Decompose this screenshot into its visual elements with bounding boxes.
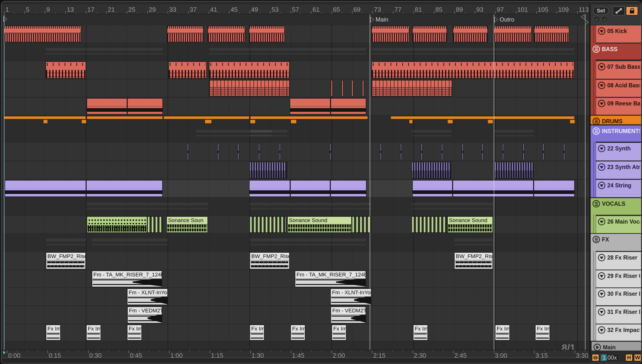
clip[interactable]: Fm - XLNT-InYour — [127, 288, 168, 305]
clip[interactable] — [462, 143, 464, 160]
clip[interactable] — [534, 26, 569, 42]
group-fold-icon[interactable] — [592, 118, 600, 125]
clip[interactable]: Fx Imp — [86, 324, 101, 340]
clip[interactable] — [342, 80, 344, 97]
clip[interactable] — [412, 162, 451, 178]
clip[interactable] — [86, 180, 163, 197]
marker-lane[interactable]: MainOutro — [2, 14, 589, 26]
clip[interactable] — [290, 180, 330, 197]
clip[interactable] — [453, 180, 534, 197]
audition-button[interactable] — [592, 354, 599, 361]
clip[interactable] — [249, 180, 290, 197]
clip[interactable] — [167, 26, 204, 42]
track-fold-icon[interactable] — [598, 63, 605, 70]
clip[interactable] — [218, 143, 219, 160]
clip[interactable] — [238, 143, 239, 160]
clip[interactable] — [86, 98, 127, 114]
clip[interactable]: Fx Imp — [495, 324, 510, 340]
clip[interactable] — [250, 116, 368, 119]
clip[interactable] — [82, 120, 86, 123]
track-fold-icon[interactable] — [598, 28, 605, 35]
track-header-32-fx-impact-hi[interactable]: 32 Fx Impact Hi — [596, 324, 642, 341]
track-header-main[interactable]: Main — [592, 342, 642, 350]
clip[interactable]: Fx Imp — [413, 324, 428, 340]
scroll-left-icon[interactable] — [581, 14, 584, 20]
clip[interactable]: Fx Imp — [290, 324, 305, 340]
clip[interactable] — [168, 62, 207, 78]
clip[interactable] — [543, 143, 544, 160]
clip[interactable] — [366, 180, 412, 197]
clip[interactable]: Fm - VEDM2To — [127, 306, 162, 324]
track-header-29-fx-riser-02[interactable]: 29 Fx Riser 02 — [596, 270, 642, 288]
clip[interactable] — [163, 180, 249, 197]
track-header-05-kick[interactable]: 05 Kick — [596, 26, 642, 42]
clip[interactable] — [44, 120, 48, 123]
track-header-07-sub-bass[interactable]: 07 Sub Bass — [596, 61, 642, 79]
clip[interactable]: Fx Imp — [535, 324, 550, 340]
track-header-drums[interactable]: DRUMS — [590, 116, 642, 124]
track-header-26-main-vocals[interactable]: 26 Main Vocals — [596, 216, 642, 233]
clip[interactable] — [164, 116, 249, 119]
track-fold-icon[interactable] — [598, 272, 605, 280]
track-fold-icon[interactable] — [598, 326, 605, 334]
clip[interactable] — [409, 120, 412, 123]
next-marker-button[interactable]: → — [601, 16, 608, 23]
track-header-08-acid-bass[interactable]: 08 Acid Bass — [596, 80, 642, 97]
clip[interactable] — [372, 62, 574, 78]
time-ruler[interactable]: 0:000:150:300:451:001:151:301:452:002:15… — [2, 350, 589, 358]
clip[interactable]: BW_FMP2_Riser — [250, 252, 290, 269]
track-fold-icon[interactable] — [598, 145, 605, 152]
lane-22-synth[interactable] — [4, 143, 589, 160]
clip[interactable]: Fm - VEDM2To — [330, 306, 366, 324]
clip[interactable] — [258, 143, 260, 160]
playhead-triangle-icon[interactable] — [4, 351, 6, 354]
clip[interactable] — [494, 127, 534, 140]
clip[interactable] — [448, 120, 453, 123]
clip[interactable]: Fx Imp — [332, 324, 346, 340]
link-button[interactable] — [613, 6, 625, 16]
clip[interactable] — [331, 80, 333, 97]
clip[interactable]: Fm - TA_MK_RISER_7_124bpm — [92, 270, 162, 287]
clip[interactable]: Sonance Soun — [166, 216, 208, 233]
play-icon[interactable] — [594, 344, 601, 351]
lane-28-fx-riser[interactable] — [4, 252, 589, 270]
clip[interactable] — [291, 120, 296, 123]
clip[interactable] — [351, 80, 353, 97]
track-fold-icon[interactable] — [598, 308, 605, 316]
track-header-24-string[interactable]: 24 String — [596, 180, 642, 197]
track-header-28-fx-riser[interactable]: 28 Fx Riser — [596, 252, 642, 270]
clip[interactable] — [391, 116, 574, 119]
clip[interactable] — [290, 98, 330, 114]
clip[interactable] — [5, 180, 86, 197]
clip[interactable] — [372, 80, 452, 97]
clip[interactable] — [209, 80, 290, 97]
clip[interactable]: BW_FMP2_Riser — [46, 252, 86, 269]
clip[interactable]: BW_FMP2_Riser — [454, 252, 493, 269]
clip[interactable] — [362, 80, 364, 97]
track-fold-icon[interactable] — [598, 100, 605, 107]
clip[interactable] — [412, 127, 451, 140]
clip[interactable] — [147, 216, 163, 233]
back-marker-button[interactable]: ← — [593, 16, 600, 23]
clip[interactable] — [570, 120, 575, 123]
clip[interactable]: Fm - XLNT-InYour — [330, 288, 372, 305]
track-header-09-reese-bass[interactable]: 09 Reese Bass — [596, 98, 642, 115]
arrangement-marker[interactable]: Main — [370, 16, 388, 23]
clip[interactable]: Fx Imp — [127, 324, 142, 340]
track-header-31-fx-riser-rat[interactable]: 31 Fx Riser Rat — [596, 306, 642, 324]
group-fold-icon[interactable] — [592, 200, 600, 208]
clip[interactable] — [250, 120, 255, 123]
lane-31-fx-riser-rat[interactable] — [4, 306, 589, 324]
set-button[interactable]: Set — [593, 7, 609, 15]
clip[interactable] — [250, 127, 287, 140]
clip[interactable] — [330, 143, 331, 160]
clip[interactable] — [372, 26, 409, 42]
clip[interactable]: Fx Imp — [250, 324, 264, 340]
zoom-height-button[interactable]: H — [625, 354, 633, 361]
clip[interactable] — [494, 26, 532, 42]
clip[interactable] — [127, 98, 163, 114]
bar-ruler[interactable]: 1591317212529333741454953576165697377818… — [2, 4, 589, 14]
clip[interactable] — [330, 180, 366, 197]
track-header-vocals[interactable]: VOCALS — [590, 198, 642, 215]
track-fold-icon[interactable] — [598, 164, 605, 171]
